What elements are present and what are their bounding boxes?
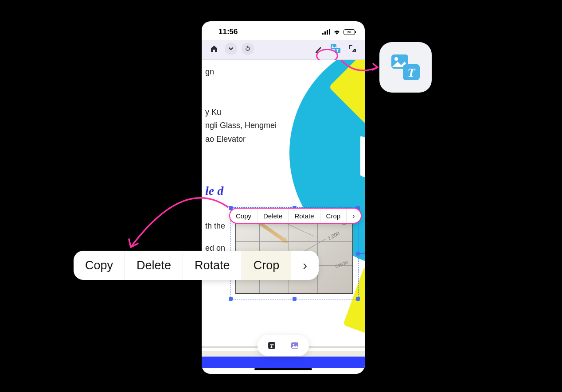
svg-text:T: T (336, 48, 339, 53)
context-menu-callout: Copy Delete Rotate Crop › (74, 251, 319, 280)
resize-handle-br[interactable] (356, 297, 360, 301)
svg-point-14 (394, 57, 398, 61)
context-crop[interactable]: Crop (320, 209, 347, 223)
home-indicator[interactable] (254, 368, 312, 370)
svg-rect-4 (316, 52, 318, 53)
status-icons: 26 (322, 29, 355, 35)
app-toolbar: T (202, 40, 365, 60)
document-footer-bar (202, 357, 365, 368)
context-more-callout[interactable]: › (291, 251, 319, 280)
resize-handle-bl[interactable] (229, 297, 233, 301)
phone-screenshot: 11:56 26 T (202, 21, 365, 374)
svg-text:T: T (407, 66, 416, 79)
status-bar: 11:56 26 (202, 21, 365, 40)
blueprint-label: C25/30 (335, 260, 348, 268)
text-line: gn (205, 65, 320, 79)
document-heading-fragment: le d (205, 184, 223, 198)
highlighter-icon[interactable] (312, 43, 325, 55)
svg-point-12 (293, 344, 294, 345)
wifi-icon (333, 29, 341, 35)
text-mode-button[interactable]: T (261, 339, 282, 352)
crop-select-icon[interactable] (346, 43, 359, 55)
image-text-tool-icon: T (390, 54, 421, 81)
blueprint-label: 1,000 (327, 230, 340, 241)
bottom-mode-toolbar: T (258, 335, 309, 356)
context-menu-inline: Copy Delete Rotate Crop › (229, 208, 362, 224)
text-line: ao Elevator (205, 132, 320, 146)
status-time: 11:56 (219, 27, 238, 36)
image-text-tool-icon[interactable]: T (329, 43, 342, 55)
context-copy-callout[interactable]: Copy (74, 251, 125, 280)
image-text-tool-callout: T (379, 42, 432, 93)
context-more[interactable]: › (347, 209, 361, 223)
chevron-right-icon: › (303, 258, 307, 273)
resize-handle-mr[interactable] (356, 252, 360, 256)
svg-rect-1 (324, 31, 326, 35)
context-delete-callout[interactable]: Delete (125, 251, 183, 280)
resize-handle-bc[interactable] (293, 297, 297, 301)
rotate-handle-line (358, 253, 365, 254)
context-rotate-callout[interactable]: Rotate (183, 251, 242, 280)
svg-rect-3 (329, 29, 330, 35)
context-rotate[interactable]: Rotate (289, 209, 320, 223)
text-line: y Ku (205, 105, 320, 119)
cellular-signal-icon (322, 29, 330, 35)
chevron-down-icon[interactable] (225, 43, 237, 55)
text-line: ngli Glass, Hengmei (205, 119, 320, 132)
document-text-fragment: gn y Ku ngli Glass, Hengmei ao Elevator (205, 65, 320, 146)
context-copy[interactable]: Copy (230, 209, 258, 223)
chevron-right-icon: › (352, 212, 355, 220)
image-mode-button[interactable] (284, 339, 305, 352)
svg-text:T: T (270, 342, 274, 349)
context-crop-callout[interactable]: Crop (242, 251, 291, 280)
svg-rect-0 (322, 33, 324, 35)
redo-icon[interactable] (242, 43, 254, 55)
home-icon[interactable] (208, 43, 220, 55)
battery-indicator: 26 (343, 29, 355, 35)
svg-rect-2 (327, 30, 328, 35)
context-delete[interactable]: Delete (258, 209, 289, 223)
